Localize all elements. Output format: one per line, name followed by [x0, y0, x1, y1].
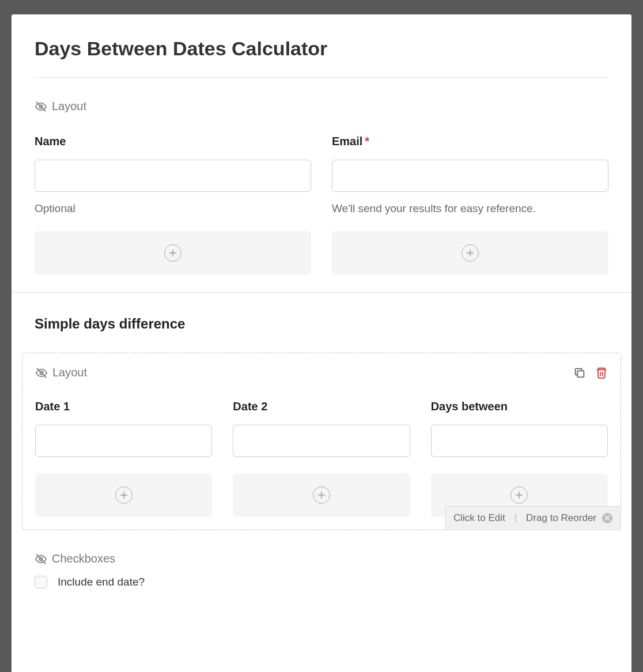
section-divider	[12, 292, 631, 293]
layout-field-text: Layout	[52, 100, 86, 113]
svg-rect-8	[577, 371, 584, 377]
checkbox-option: Include end date?	[35, 576, 608, 588]
eye-slash-icon	[35, 553, 47, 565]
duplicate-icon[interactable]	[573, 367, 586, 379]
hint-reorder-text: Drag to Reorder	[526, 512, 596, 524]
days-between-input[interactable]	[431, 425, 608, 457]
name-input[interactable]	[35, 160, 311, 192]
section-heading: Simple days difference	[35, 316, 608, 332]
plus-icon	[510, 486, 528, 504]
date2-label: Date 2	[233, 400, 410, 413]
hint-close-icon[interactable]	[602, 513, 612, 523]
hint-edit-text: Click to Edit	[453, 512, 505, 524]
checkboxes-section: Checkboxes Include end date?	[35, 552, 608, 588]
name-label: Name	[35, 135, 311, 148]
add-field-button[interactable]	[332, 231, 608, 275]
days-between-label: Days between	[431, 400, 608, 413]
add-field-button[interactable]	[35, 231, 311, 275]
plus-icon	[164, 244, 181, 262]
page-title: Days Between Dates Calculator	[35, 37, 608, 78]
layout-section-top: Layout Name Optional Email* We'll send y…	[35, 100, 608, 275]
field-date2: Date 2	[233, 400, 410, 517]
eye-slash-icon	[35, 100, 47, 113]
add-field-button[interactable]	[35, 473, 212, 517]
block-actions	[573, 367, 608, 379]
email-input[interactable]	[332, 160, 608, 192]
date1-input[interactable]	[35, 425, 212, 457]
field-days-between: Days between	[431, 400, 608, 517]
date2-input[interactable]	[233, 425, 410, 457]
form-builder-canvas: Days Between Dates Calculator Layout Nam…	[12, 14, 631, 672]
checkboxes-field-text: Checkboxes	[52, 552, 115, 565]
eye-slash-icon	[35, 367, 48, 379]
include-end-date-label: Include end date?	[58, 576, 145, 588]
field-name: Name Optional	[35, 135, 311, 275]
checkboxes-field-label: Checkboxes	[35, 552, 608, 565]
plus-icon	[115, 486, 133, 504]
required-asterisk: *	[365, 135, 369, 148]
plus-icon	[462, 244, 479, 262]
date1-label: Date 1	[35, 400, 212, 413]
plus-icon	[313, 486, 330, 504]
include-end-date-checkbox[interactable]	[35, 576, 47, 588]
add-field-button[interactable]	[233, 473, 410, 517]
layout-field-label: Layout	[35, 366, 87, 379]
name-help: Optional	[35, 202, 311, 215]
layout-field-text: Layout	[52, 366, 87, 379]
layout-field-label: Layout	[35, 100, 608, 113]
field-date1: Date 1	[35, 400, 212, 517]
layout-block-selected[interactable]: Layout Date 1	[22, 353, 621, 530]
hint-separator: |	[515, 512, 517, 524]
delete-icon[interactable]	[595, 367, 608, 379]
edit-reorder-hint: Click to Edit | Drag to Reorder	[445, 506, 621, 530]
email-help: We'll send your results for easy referen…	[332, 202, 608, 215]
email-label: Email*	[332, 135, 608, 148]
field-email: Email* We'll send your results for easy …	[332, 135, 608, 275]
